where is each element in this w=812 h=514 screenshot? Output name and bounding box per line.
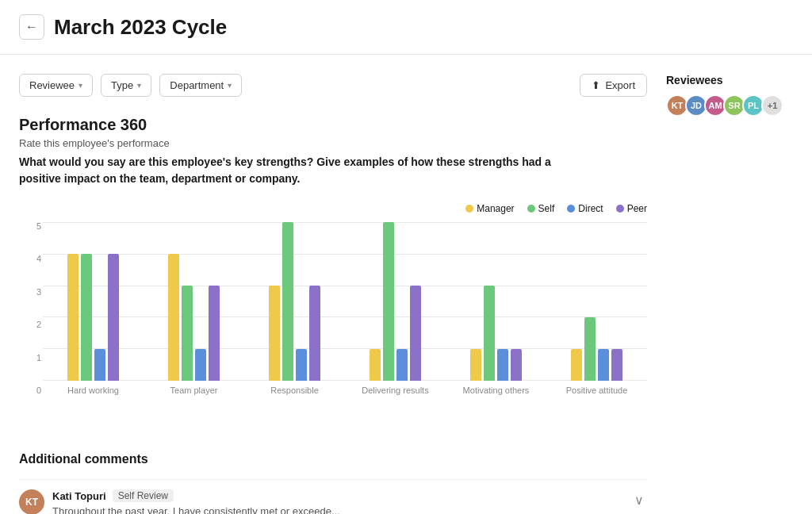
avatars-row: KTJDAMSRPL+1 bbox=[666, 94, 793, 117]
bar bbox=[410, 286, 421, 381]
x-axis-label: Team player bbox=[144, 381, 244, 395]
bar bbox=[497, 349, 508, 381]
sidebar: Reviewees KTJDAMSRPL+1 bbox=[666, 74, 793, 514]
comment-row: KT Kati Topuri Self Review Throughout th… bbox=[19, 479, 647, 514]
legend-item: Peer bbox=[616, 203, 647, 214]
bar bbox=[195, 349, 206, 381]
y-axis-label: 0 bbox=[19, 386, 41, 395]
legend-label: Self bbox=[538, 203, 555, 214]
back-icon: ← bbox=[25, 20, 38, 34]
bar bbox=[511, 349, 522, 381]
bar bbox=[383, 222, 394, 381]
bar bbox=[269, 286, 280, 381]
section-subtitle: Rate this employee's performace bbox=[19, 137, 647, 149]
avatar-more: +1 bbox=[761, 94, 783, 117]
bars-row bbox=[43, 222, 647, 381]
content-area: Reviewee ▾ Type ▾ Department ▾ ⬆ Export … bbox=[19, 74, 647, 514]
bar bbox=[598, 349, 609, 381]
bar bbox=[182, 286, 193, 381]
performance-section: Performance 360 Rate this employee's per… bbox=[19, 116, 647, 427]
chevron-down-icon: ▾ bbox=[137, 81, 141, 90]
filters-row: Reviewee ▾ Type ▾ Department ▾ ⬆ Export bbox=[19, 74, 647, 97]
legend-dot bbox=[616, 205, 624, 213]
comment-text: Throughout the past year, I have consist… bbox=[52, 505, 623, 514]
bar bbox=[309, 286, 320, 381]
chevron-down-icon: ▾ bbox=[79, 81, 82, 90]
section-question: What would you say are this employee's k… bbox=[19, 154, 558, 187]
legend-item: Manager bbox=[465, 203, 514, 214]
y-axis-label: 1 bbox=[19, 354, 41, 362]
bar bbox=[81, 254, 92, 381]
comment-name: Kati Topuri bbox=[52, 490, 106, 502]
bar bbox=[584, 317, 596, 381]
category-group bbox=[43, 222, 144, 381]
bar bbox=[370, 349, 381, 381]
legend-item: Direct bbox=[567, 203, 603, 214]
category-group bbox=[144, 222, 244, 381]
y-axis: 012345 bbox=[19, 222, 41, 395]
section-title: Performance 360 bbox=[19, 116, 647, 134]
comment-header: Kati Topuri Self Review bbox=[52, 489, 623, 502]
bar bbox=[611, 349, 622, 381]
y-axis-label: 4 bbox=[19, 255, 41, 263]
bar bbox=[67, 254, 79, 381]
comment-content: Kati Topuri Self Review Throughout the p… bbox=[52, 489, 623, 514]
legend-label: Direct bbox=[578, 203, 603, 214]
bar bbox=[168, 254, 179, 381]
chart-area: 012345 Hard workingTeam playerResponsibl… bbox=[19, 222, 647, 427]
export-icon: ⬆ bbox=[592, 79, 600, 91]
x-axis-label: Positive attitude bbox=[546, 381, 647, 395]
bar bbox=[571, 349, 582, 381]
legend-label: Manager bbox=[477, 203, 514, 214]
main-layout: Reviewee ▾ Type ▾ Department ▾ ⬆ Export … bbox=[0, 55, 812, 514]
header: ← March 2023 Cycle bbox=[0, 0, 812, 55]
y-axis-label: 2 bbox=[19, 320, 41, 329]
comments-title: Additional comments bbox=[19, 452, 647, 466]
bar bbox=[470, 349, 481, 381]
chart-legend: ManagerSelfDirectPeer bbox=[19, 203, 647, 214]
category-group bbox=[244, 222, 345, 381]
page-title: March 2023 Cycle bbox=[54, 15, 227, 40]
reviewees-label: Reviewees bbox=[666, 74, 793, 86]
legend-dot bbox=[465, 205, 473, 213]
category-group bbox=[546, 222, 647, 381]
comment-toggle[interactable]: ∨ bbox=[631, 489, 647, 511]
bar bbox=[484, 286, 495, 381]
bar bbox=[296, 349, 307, 381]
legend-dot bbox=[567, 205, 575, 213]
type-filter[interactable]: Type ▾ bbox=[101, 74, 151, 97]
legend-dot bbox=[527, 205, 535, 213]
chevron-down-icon: ▾ bbox=[228, 81, 232, 90]
x-axis-label: Responsible bbox=[244, 381, 345, 395]
bar bbox=[209, 286, 220, 381]
legend-item: Self bbox=[527, 203, 555, 214]
x-labels: Hard workingTeam playerResponsibleDelive… bbox=[43, 381, 647, 395]
y-axis-label: 5 bbox=[19, 222, 41, 231]
bar bbox=[396, 349, 408, 381]
export-button[interactable]: ⬆ Export bbox=[580, 74, 647, 97]
back-button[interactable]: ← bbox=[19, 14, 44, 40]
comment-avatar: KT bbox=[19, 489, 44, 514]
department-filter[interactable]: Department ▾ bbox=[159, 74, 242, 97]
x-axis-label: Motivating others bbox=[446, 381, 546, 395]
bar bbox=[108, 254, 119, 381]
y-axis-label: 3 bbox=[19, 288, 41, 297]
x-axis-label: Hard working bbox=[43, 381, 144, 395]
additional-comments: Additional comments KT Kati Topuri Self … bbox=[19, 452, 647, 514]
category-group bbox=[345, 222, 446, 381]
chart-inner: Hard workingTeam playerResponsibleDelive… bbox=[43, 222, 647, 395]
bar bbox=[282, 222, 293, 381]
category-group bbox=[446, 222, 546, 381]
reviewee-filter[interactable]: Reviewee ▾ bbox=[19, 74, 93, 97]
x-axis-label: Delivering results bbox=[345, 381, 446, 395]
comments-list: KT Kati Topuri Self Review Throughout th… bbox=[19, 479, 647, 514]
comment-tag: Self Review bbox=[113, 489, 174, 502]
chart-container: ManagerSelfDirectPeer 012345 Hard workin… bbox=[19, 203, 647, 427]
legend-label: Peer bbox=[627, 203, 647, 214]
bar bbox=[94, 349, 105, 381]
